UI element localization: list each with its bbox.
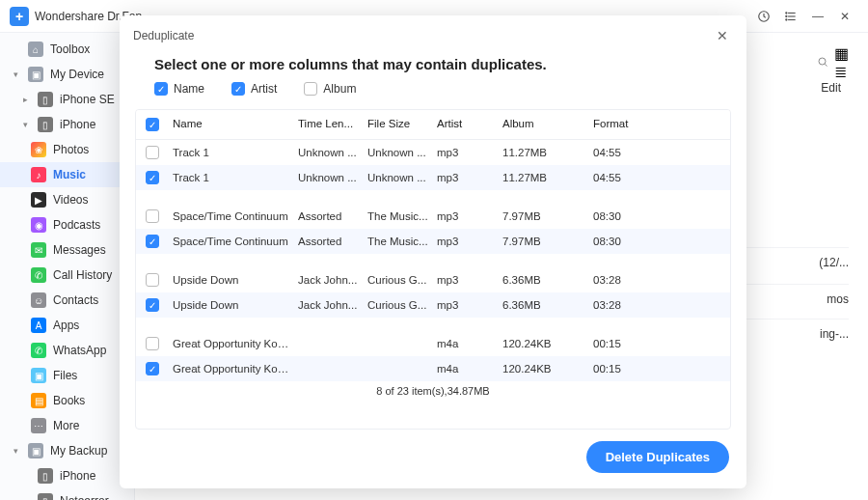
header-artist[interactable]: Artist: [437, 118, 502, 131]
table-row[interactable]: Upside DownJack John...Curious G...mp36.…: [136, 267, 730, 292]
sidebar: ⌂Toolbox ▾▣My Device ▸▯iPhone SE ▾▯iPhon…: [0, 33, 135, 500]
cell-artist: mp3: [437, 274, 502, 286]
sidebar-item-iphone-se[interactable]: ▸▯iPhone SE: [0, 87, 134, 112]
cell-format: 04:55: [593, 172, 661, 183]
cell-name: Space/Time Continuum: [173, 236, 298, 247]
select-all-checkbox[interactable]: ✓: [146, 118, 159, 131]
sidebar-label: iPhone SE: [60, 93, 115, 106]
sidebar-item-music[interactable]: ♪Music: [0, 162, 134, 187]
sidebar-item-books[interactable]: ▤Books: [0, 388, 134, 413]
sidebar-label: Music: [53, 168, 86, 181]
row-checkbox[interactable]: ✓: [146, 298, 159, 312]
grid-view-toggle[interactable]: ▦: [834, 44, 849, 63]
history-icon[interactable]: [750, 3, 777, 30]
cell-album: 7.97MB: [502, 236, 593, 247]
cell-album: 6.36MB: [502, 274, 593, 286]
cell-artist: m4a: [437, 363, 502, 375]
sidebar-item-whatsapp[interactable]: ✆WhatsApp: [0, 338, 134, 363]
sidebar-label: Toolbox: [50, 42, 90, 56]
cell-name: Great Opportunity Kouf...: [173, 363, 298, 375]
row-checkbox[interactable]: [146, 146, 159, 159]
cell-size: Curious G...: [367, 274, 437, 286]
sidebar-item-backup-iphone[interactable]: ▯iPhone: [0, 463, 134, 488]
header-format[interactable]: Format: [593, 118, 661, 131]
svg-point-4: [786, 12, 787, 13]
search-input[interactable]: [817, 54, 828, 71]
header-size[interactable]: File Size: [367, 118, 437, 131]
sidebar-item-call-history[interactable]: ✆Call History: [0, 263, 134, 288]
table-row[interactable]: Space/Time ContinuumAssortedThe Music...…: [136, 204, 730, 229]
sidebar-item-iphone[interactable]: ▾▯iPhone: [0, 112, 134, 137]
row-checkbox[interactable]: [146, 337, 159, 350]
search-icon: [817, 56, 828, 68]
sidebar-label: My Device: [50, 68, 104, 81]
close-icon[interactable]: ✕: [712, 25, 733, 46]
minimize-icon[interactable]: —: [804, 3, 831, 30]
header-name[interactable]: Name: [173, 118, 298, 131]
cell-name: Great Opportunity Kouf...: [173, 338, 298, 349]
close-window-icon[interactable]: ✕: [831, 3, 858, 30]
checkbox-icon: [304, 82, 317, 96]
podcasts-icon: ◉: [31, 217, 46, 233]
sidebar-label: Files: [53, 369, 77, 382]
table-row[interactable]: ✓Great Opportunity Kouf...m4a120.24KB00:…: [136, 356, 730, 381]
row-checkbox[interactable]: ✓: [146, 171, 159, 184]
table-row[interactable]: ✓Track 1Unknown ...Unknown ...mp311.27MB…: [136, 165, 730, 190]
sidebar-item-podcasts[interactable]: ◉Podcasts: [0, 212, 134, 237]
menu-list-icon[interactable]: [777, 3, 804, 30]
sidebar-label: Videos: [53, 193, 88, 207]
sidebar-item-messages[interactable]: ✉Messages: [0, 237, 134, 263]
chevron-down-icon: ▾: [14, 446, 21, 456]
cell-name: Upside Down: [173, 299, 298, 311]
sidebar-item-my-backup[interactable]: ▾▣My Backup: [0, 438, 134, 463]
cell-album: 120.24KB: [502, 338, 593, 349]
table-row[interactable]: ✓Space/Time ContinuumAssortedThe Music..…: [136, 229, 730, 254]
cell-format: 08:30: [593, 210, 661, 222]
delete-duplicates-button[interactable]: Delete Duplicates: [586, 441, 729, 473]
filter-check-album[interactable]: Album: [304, 82, 356, 96]
sidebar-item-toolbox[interactable]: ⌂Toolbox: [0, 37, 134, 62]
svg-line-8: [825, 64, 827, 66]
sidebar-label: My Backup: [50, 444, 107, 458]
edit-button[interactable]: Edit: [821, 81, 841, 95]
folder-icon: ▣: [31, 368, 46, 383]
row-checkbox[interactable]: [146, 273, 159, 287]
svg-point-7: [819, 58, 826, 65]
cell-artist: mp3: [437, 172, 502, 183]
header-time[interactable]: Time Len...: [298, 118, 367, 131]
table-row[interactable]: Track 1Unknown ...Unknown ...mp311.27MB0…: [136, 140, 730, 165]
cell-name: Upside Down: [173, 274, 298, 286]
table-row[interactable]: ✓Upside DownJack John...Curious G...mp36…: [136, 292, 730, 318]
filter-check-artist[interactable]: ✓Artist: [231, 82, 277, 96]
sidebar-item-contacts[interactable]: ☺Contacts: [0, 288, 134, 313]
sidebar-item-videos[interactable]: ▶Videos: [0, 187, 134, 212]
list-view-toggle[interactable]: ≣: [834, 63, 849, 81]
sidebar-item-files[interactable]: ▣Files: [0, 363, 134, 388]
header-album[interactable]: Album: [502, 118, 593, 131]
row-checkbox[interactable]: ✓: [146, 235, 159, 248]
books-icon: ▤: [31, 393, 46, 408]
cell-artist: m4a: [437, 338, 502, 349]
sidebar-item-apps[interactable]: AApps: [0, 313, 134, 338]
checkbox-icon: ✓: [231, 82, 245, 96]
phone-icon: ▯: [38, 493, 53, 500]
svg-point-5: [786, 15, 787, 16]
row-checkbox[interactable]: [146, 209, 159, 223]
cell-format: 03:28: [593, 299, 661, 311]
sidebar-item-noteerror[interactable]: ▯Noteerror: [0, 488, 134, 500]
row-checkbox[interactable]: ✓: [146, 362, 159, 375]
cell-time: Unknown ...: [298, 147, 367, 158]
cell-format: 04:55: [593, 147, 661, 158]
sidebar-item-photos[interactable]: ❀Photos: [0, 137, 134, 162]
cell-format: 00:15: [593, 363, 661, 375]
cell-size: Unknown ...: [367, 147, 437, 158]
sidebar-item-more[interactable]: ⋯More: [0, 413, 134, 438]
backup-icon: ▣: [28, 443, 43, 458]
cell-album: 120.24KB: [502, 363, 593, 375]
sidebar-item-my-device[interactable]: ▾▣My Device: [0, 62, 134, 87]
table-summary: 8 of 23 item(s),34.87MB: [136, 381, 730, 401]
cell-format: 03:28: [593, 274, 661, 286]
table-row[interactable]: Great Opportunity Kouf...m4a120.24KB00:1…: [136, 331, 730, 356]
chevron-down-icon: ▾: [14, 69, 21, 79]
filter-check-name[interactable]: ✓Name: [154, 82, 204, 96]
